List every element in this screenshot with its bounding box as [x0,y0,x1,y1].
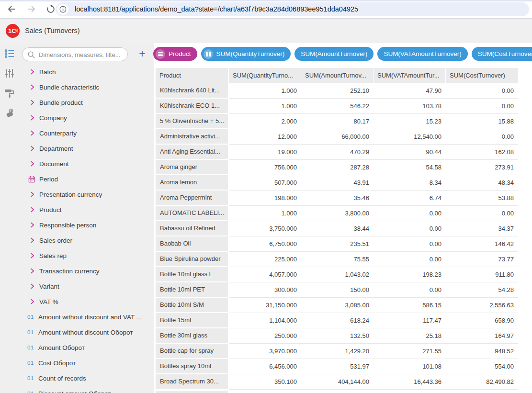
sidebar-item-dimension[interactable]: Responsible person [19,217,154,233]
sidebar-item-dimension[interactable]: Company [19,110,154,125]
shelf-chip-measure[interactable]: SUM(QuantityTurnover) [201,47,291,61]
value-cell[interactable]: 586.15 [374,298,446,313]
value-cell[interactable]: 198.23 [374,267,446,282]
value-cell[interactable]: 235.51 [301,236,374,252]
value-cell[interactable]: 0.00 [446,129,518,145]
sidebar-item-dimension[interactable]: Sales rep [19,248,154,263]
site-info-icon[interactable] [57,4,68,15]
value-cell[interactable]: 43.91 [301,175,374,191]
value-cell[interactable]: 198.000 [229,191,301,206]
sidebar-item-measure[interactable]: 01Amount without discount Оборот [19,325,154,340]
value-cell[interactable]: 25.18 [374,328,446,344]
browser-forward-icon[interactable] [27,4,36,14]
row-header-product[interactable]: Bottle 10ml S/M [156,298,229,313]
value-cell[interactable]: 0.00 [446,99,518,114]
value-cell[interactable]: 271.55 [374,344,446,359]
value-cell[interactable]: 82,490.82 [446,374,518,390]
row-header-product[interactable]: Aroma Peppermint [156,191,229,206]
value-cell[interactable]: 911.80 [446,267,518,282]
value-cell[interactable]: 31,150.000 [229,298,301,313]
row-header-product[interactable]: Bottle 30ml glass [156,328,229,344]
sidebar-item-measure[interactable]: 01Cost Оборот [19,355,154,371]
value-cell[interactable]: 3,085.00 [301,298,374,313]
value-cell[interactable]: 73.77 [446,252,518,267]
value-cell[interactable]: 80.17 [301,114,374,129]
sidebar-item-dimension[interactable]: Department [19,141,154,156]
settings-sliders-icon[interactable] [5,68,14,78]
value-cell[interactable]: 0.00 [446,206,518,221]
value-cell[interactable]: 12.000 [229,129,301,145]
sidebar-item-dimension[interactable]: Transaction currency [19,263,154,279]
value-cell[interactable]: 287.28 [301,160,374,175]
sidebar-item-dimension[interactable]: Document [19,156,154,171]
value-cell[interactable]: 546.22 [301,99,374,114]
value-cell[interactable]: 531.97 [301,359,374,374]
sidebar-item-dimension[interactable]: Period [19,171,154,187]
fields-list-icon[interactable] [5,49,14,59]
sidebar-item-dimension[interactable]: Counterparty [19,125,154,141]
sidebar-item-measure[interactable]: 01Amount without discount and VAT ... [19,309,154,325]
row-header-product[interactable]: Aroma ginger [156,160,229,175]
value-cell[interactable]: 132.50 [301,328,374,344]
column-header[interactable]: SUM(CostTurnover) [446,68,518,83]
value-cell[interactable]: 54.58 [374,160,446,175]
value-cell[interactable]: 3,970.000 [229,344,301,359]
value-cell[interactable]: 3,750.000 [229,221,301,236]
value-cell[interactable]: 273.91 [446,160,518,175]
row-header-product[interactable]: Kühlschrank ECO 1... [156,99,229,114]
sidebar-item-measure[interactable]: 01Count of records [19,371,154,386]
sidebar-item-dimension[interactable]: Bundle characteristic [19,79,154,95]
value-cell[interactable]: 507.000 [229,175,301,191]
value-cell[interactable]: 54.28 [446,282,518,298]
value-cell[interactable]: 470.29 [301,145,374,160]
value-cell[interactable]: 1,043.02 [301,267,374,282]
shelf-chip-measure[interactable]: SUM(CostTurnover) [472,47,532,61]
value-cell[interactable]: 554.00 [446,359,518,374]
row-header-product[interactable]: Anti Aging Essential... [156,145,229,160]
value-cell[interactable]: 350.100 [229,374,301,390]
value-cell[interactable]: 53.88 [446,191,518,206]
value-cell[interactable]: 6.74 [374,191,446,206]
row-header-product[interactable]: Bottle cap for spray [156,344,229,359]
value-cell[interactable]: 2,556.63 [446,298,518,313]
value-cell[interactable]: 0.00 [374,252,446,267]
row-header-product[interactable]: Bottle 15ml [156,313,229,328]
value-cell[interactable]: 0.00 [374,206,446,221]
row-header-product[interactable]: Baobab Oil [156,236,229,252]
browser-address-bar[interactable]: localhost:8181/applications/demo_data?st… [56,2,529,16]
row-header-product[interactable]: 5 % Olivenfrische + 5... [156,114,229,129]
sidebar-item-dimension[interactable]: Sales order [19,233,154,248]
shelf-chip-measure[interactable]: SUM(AmountTurnover) [294,47,374,61]
value-cell[interactable]: 16,443.36 [374,374,446,390]
value-cell[interactable]: 164.97 [446,328,518,344]
value-cell[interactable]: 250.000 [229,328,301,344]
shelf-chip-measure[interactable]: SUM(VATAmountTurnover) [377,47,467,61]
row-header-product[interactable]: Administrative activi... [156,129,229,145]
add-field-button[interactable]: + [136,47,149,61]
value-cell[interactable]: 404,144.00 [301,374,374,390]
paint-roller-icon[interactable] [5,89,14,98]
value-cell[interactable]: 756.000 [229,160,301,175]
sidebar-item-measure[interactable]: 01Amount Оборот [19,340,154,355]
row-header-product[interactable]: Babassu oil Refined [156,221,229,236]
interaction-hand-icon[interactable] [5,108,14,118]
value-cell[interactable]: 35.46 [301,191,374,206]
sidebar-item-dimension[interactable]: Bundle product [19,95,154,110]
value-cell[interactable]: 948.52 [446,344,518,359]
browser-reload-icon[interactable] [46,4,56,14]
value-cell[interactable]: 15.88 [446,114,518,129]
value-cell[interactable]: 146.42 [446,236,518,252]
value-cell[interactable]: 48.34 [446,175,518,191]
shelf-chip-dimension[interactable]: Product [153,47,197,61]
column-header[interactable]: SUM(AmountTurnov... [301,68,374,83]
value-cell[interactable]: 0.00 [374,221,446,236]
sidebar-item-dimension[interactable]: VAT % [19,294,154,309]
search-input[interactable] [38,48,125,61]
sidebar-item-dimension[interactable]: Variant [19,279,154,294]
value-cell[interactable]: 34.37 [446,221,518,236]
row-header-product[interactable]: Bottle 10ml glass L [156,267,229,282]
value-cell[interactable]: 75.55 [301,252,374,267]
value-cell[interactable]: 150.00 [301,282,374,298]
row-header-product[interactable]: Aroma lemon [156,175,229,191]
value-cell[interactable]: 6,750.000 [229,236,301,252]
